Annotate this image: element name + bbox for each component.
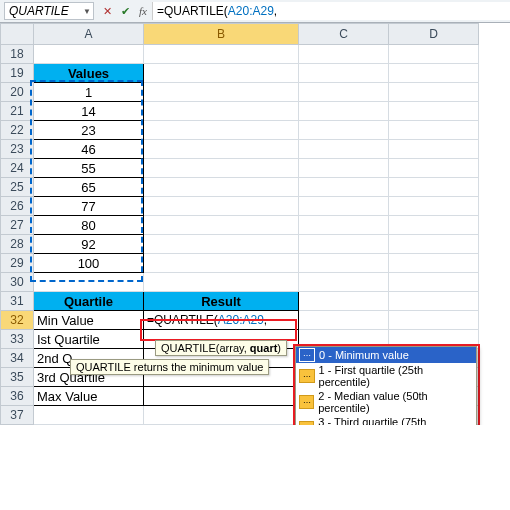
value-cell[interactable]: 92 bbox=[34, 235, 144, 254]
row-header[interactable]: 22 bbox=[1, 121, 34, 140]
value-cell[interactable]: 1 bbox=[34, 83, 144, 102]
row-header[interactable]: 23 bbox=[1, 140, 34, 159]
name-box[interactable]: QUARTILE ▼ bbox=[4, 2, 94, 20]
column-header[interactable]: B bbox=[144, 24, 299, 45]
autocomplete-item[interactable]: ⋯2 - Median value (50th percentile) bbox=[296, 389, 476, 415]
spreadsheet-grid[interactable]: A B C D 18 19Values 201 2114 2223 2346 2… bbox=[0, 23, 510, 425]
row-header[interactable]: 26 bbox=[1, 197, 34, 216]
insert-function-button[interactable]: fx bbox=[134, 3, 152, 19]
quartile-header-a: Quartile bbox=[34, 292, 144, 311]
column-header[interactable]: A bbox=[34, 24, 144, 45]
row-header[interactable]: 35 bbox=[1, 368, 34, 387]
value-cell[interactable]: 77 bbox=[34, 197, 144, 216]
enum-icon: ⋯ bbox=[299, 348, 315, 362]
formula-text-ref: A20:A29 bbox=[228, 4, 274, 18]
enum-icon: ⋯ bbox=[299, 421, 314, 425]
row-header[interactable]: 30 bbox=[1, 273, 34, 292]
formula-accept-button[interactable]: ✔ bbox=[116, 3, 134, 19]
row-header[interactable]: 19 bbox=[1, 64, 34, 83]
row-header[interactable]: 37 bbox=[1, 406, 34, 425]
row-header[interactable]: 28 bbox=[1, 235, 34, 254]
quartile-label[interactable]: Ist Quartile bbox=[34, 330, 144, 349]
enum-icon: ⋯ bbox=[299, 395, 314, 409]
enum-icon: ⋯ bbox=[299, 369, 315, 383]
values-header: Values bbox=[34, 64, 144, 83]
row-header[interactable]: 25 bbox=[1, 178, 34, 197]
value-cell[interactable]: 14 bbox=[34, 102, 144, 121]
quartile-header-b: Result bbox=[144, 292, 299, 311]
column-header-row: A B C D bbox=[1, 24, 479, 45]
select-all-corner[interactable] bbox=[1, 24, 34, 45]
formula-input[interactable]: =QUARTILE(A20:A29, bbox=[152, 2, 510, 20]
row-header[interactable]: 32 bbox=[1, 311, 34, 330]
row-header[interactable]: 24 bbox=[1, 159, 34, 178]
row-header[interactable]: 33 bbox=[1, 330, 34, 349]
dropdown-icon[interactable]: ▼ bbox=[83, 7, 91, 16]
row-header[interactable]: 34 bbox=[1, 349, 34, 368]
value-cell[interactable]: 46 bbox=[34, 140, 144, 159]
row-header[interactable]: 18 bbox=[1, 45, 34, 64]
row-header[interactable]: 20 bbox=[1, 83, 34, 102]
quartile-label[interactable]: Max Value bbox=[34, 387, 144, 406]
row-header[interactable]: 31 bbox=[1, 292, 34, 311]
name-box-value: QUARTILE bbox=[9, 4, 69, 18]
value-cell[interactable]: 100 bbox=[34, 254, 144, 273]
column-header[interactable]: C bbox=[299, 24, 389, 45]
autocomplete-item[interactable]: ⋯3 - Third quartile (75th percentile) bbox=[296, 415, 476, 425]
formula-text-suffix: , bbox=[274, 4, 277, 18]
value-cell[interactable]: 23 bbox=[34, 121, 144, 140]
row-header[interactable]: 21 bbox=[1, 102, 34, 121]
formula-cancel-button[interactable]: ✕ bbox=[98, 3, 116, 19]
row-header[interactable]: 27 bbox=[1, 216, 34, 235]
formula-bar: QUARTILE ▼ ✕ ✔ fx =QUARTILE(A20:A29, bbox=[0, 0, 510, 23]
autocomplete-dropdown[interactable]: ⋯0 - Minimum value ⋯1 - First quartile (… bbox=[295, 346, 477, 425]
active-cell[interactable]: =QUARTILE(A20:A29, bbox=[144, 311, 299, 330]
function-return-tooltip: QUARTILE returns the minimum value bbox=[70, 359, 269, 375]
function-syntax-tooltip: QUARTILE(array, quart) bbox=[155, 340, 287, 356]
value-cell[interactable]: 80 bbox=[34, 216, 144, 235]
row-header[interactable]: 29 bbox=[1, 254, 34, 273]
column-header[interactable]: D bbox=[389, 24, 479, 45]
formula-text-prefix: =QUARTILE( bbox=[157, 4, 228, 18]
row-header[interactable]: 36 bbox=[1, 387, 34, 406]
autocomplete-item[interactable]: ⋯1 - First quartile (25th percentile) bbox=[296, 363, 476, 389]
value-cell[interactable]: 55 bbox=[34, 159, 144, 178]
value-cell[interactable]: 65 bbox=[34, 178, 144, 197]
autocomplete-item[interactable]: ⋯0 - Minimum value bbox=[296, 347, 476, 363]
quartile-label[interactable]: Min Value bbox=[34, 311, 144, 330]
